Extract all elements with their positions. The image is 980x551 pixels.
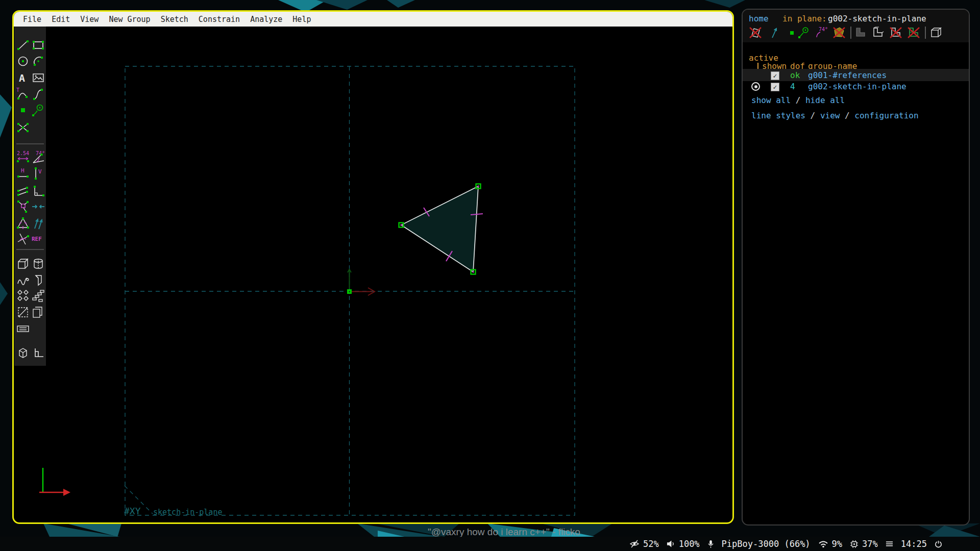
workplane-name-label[interactable]: sketch-in-plane	[153, 508, 222, 517]
menu-analyze[interactable]: Analyze	[245, 15, 287, 24]
construction-tool-icon[interactable]	[31, 103, 45, 117]
volume-value: 100%	[679, 539, 700, 549]
shaded-solid-icon[interactable]	[853, 26, 869, 40]
home-link[interactable]: home	[749, 14, 769, 23]
sketch-canvas[interactable]: #XY sketch-in-plane	[12, 10, 734, 524]
step-translate-group-icon[interactable]	[31, 289, 45, 303]
power-module[interactable]	[935, 540, 942, 548]
network-value: 9%	[832, 539, 842, 549]
sketch-in-workplane-icon[interactable]	[31, 305, 45, 319]
menu-new-group[interactable]: New Group	[104, 15, 155, 24]
toolbar-separator	[16, 143, 44, 144]
symmetric-constraint-icon[interactable]	[31, 199, 45, 214]
wallpaper-shape	[316, 0, 368, 10]
menu-help[interactable]: Help	[287, 15, 316, 24]
shown-checkbox[interactable]: ✓	[771, 83, 779, 91]
dof-icon[interactable]: 74°	[814, 26, 829, 40]
show-all-link[interactable]: show all	[751, 95, 791, 105]
active-group-radio[interactable]	[751, 82, 760, 91]
view-link[interactable]: view	[820, 111, 840, 120]
split-curves-tool-icon[interactable]	[16, 120, 30, 135]
circle-tool-icon[interactable]	[16, 54, 30, 68]
reference-dimension-icon[interactable]: REF	[31, 232, 45, 246]
menu-module[interactable]	[886, 540, 893, 547]
line-tool-icon[interactable]	[16, 38, 30, 52]
link-separator: /	[796, 95, 801, 105]
angle-dimension-icon[interactable]: 74°	[31, 150, 45, 164]
bluetooth-device-value: PipBoy-3000 (66%)	[722, 539, 811, 549]
same-orientation-constraint-icon[interactable]	[31, 216, 45, 230]
panel-icon-separator	[925, 27, 926, 39]
clock-module[interactable]: 14:25	[901, 539, 927, 549]
tangent-arc-tool-icon[interactable]: T	[16, 87, 30, 101]
outline-solid-icon[interactable]	[871, 26, 886, 40]
nearest-iso-view-icon[interactable]	[16, 346, 30, 361]
cpu-module[interactable]: 37%	[850, 539, 878, 549]
horizontal-constraint-icon[interactable]: H	[16, 166, 30, 181]
link-group-icon[interactable]	[16, 305, 30, 319]
equal-constraint-ticks[interactable]	[424, 208, 483, 261]
constraints-icon[interactable]	[797, 26, 812, 40]
dof-value: ok	[790, 70, 800, 80]
in-plane-label: in plane:	[782, 14, 827, 23]
align-view-workplane-icon[interactable]	[31, 346, 45, 361]
hide-mesh-icon[interactable]	[906, 26, 922, 40]
occluded-lines-icon[interactable]	[929, 26, 944, 40]
in-plane-value[interactable]: g002-sketch-in-plane	[828, 14, 926, 23]
hide-shaded-icon[interactable]	[832, 26, 847, 40]
bluetooth-battery-module[interactable]: PipBoy-3000 (66%)	[722, 539, 811, 549]
import-assembly-icon[interactable]	[16, 321, 30, 336]
reference-badge: REF	[32, 236, 42, 242]
parallel-constraint-icon[interactable]	[16, 184, 30, 198]
status-bar: 52% 100% PipBoy-3000 (66%) 9% 37% 14:25	[0, 537, 980, 551]
shown-checkbox[interactable]: ✓	[771, 71, 779, 80]
network-module[interactable]: 9%	[818, 539, 842, 549]
hide-all-link[interactable]: hide all	[805, 95, 845, 105]
cubic-bezier-tool-icon[interactable]	[31, 87, 45, 101]
hide-outline-icon[interactable]	[889, 26, 904, 40]
rectangle-tool-icon[interactable]	[31, 38, 45, 52]
cpu-icon	[850, 540, 859, 548]
step-rotate-group-icon[interactable]	[16, 289, 30, 303]
text-tool-icon[interactable]: A	[16, 70, 30, 85]
image-tool-icon[interactable]	[31, 70, 45, 85]
view-axes-indicator	[39, 468, 70, 496]
menu-constrain[interactable]: Constrain	[193, 15, 245, 24]
menu-view[interactable]: View	[75, 15, 104, 24]
workplane-axis-label[interactable]: #XY	[124, 506, 141, 516]
sketch-x-axis	[352, 288, 375, 295]
configuration-link[interactable]: configuration	[854, 111, 918, 120]
line-styles-link[interactable]: line styles	[751, 111, 805, 120]
group-name-link[interactable]: g002-sketch-in-plane	[808, 82, 906, 91]
hide-workplanes-icon[interactable]	[748, 26, 764, 40]
lathe-group-icon[interactable]	[31, 257, 45, 271]
vertical-constraint-icon[interactable]: V	[31, 166, 45, 181]
equal-constraint-icon[interactable]	[16, 216, 30, 230]
group-name-link[interactable]: g001-#references	[808, 70, 887, 80]
origin-point[interactable]	[347, 289, 352, 294]
menu-bar: File Edit View New Group Sketch Constrai…	[14, 12, 732, 27]
power-icon	[935, 540, 942, 548]
arc-tool-icon[interactable]	[31, 54, 45, 68]
workplane-outline	[125, 66, 575, 515]
microphone-module[interactable]	[707, 540, 714, 548]
point-on-line-constraint-icon[interactable]	[16, 199, 30, 214]
normals-icon[interactable]	[767, 26, 782, 40]
menu-edit[interactable]: Edit	[46, 15, 75, 24]
triangle-vertices[interactable]	[399, 184, 481, 274]
menu-sketch[interactable]: Sketch	[156, 15, 193, 24]
revolve-group-icon[interactable]	[31, 273, 45, 287]
text-tool-glyph: A	[19, 72, 25, 84]
perpendicular-constraint-icon[interactable]	[31, 184, 45, 198]
helix-group-icon[interactable]	[16, 273, 30, 287]
origin-point-center	[349, 291, 351, 293]
sketch-triangle[interactable]	[401, 186, 478, 272]
extrude-group-icon[interactable]	[16, 257, 30, 271]
distance-dimension-icon[interactable]: 2.54	[16, 150, 30, 164]
menu-file[interactable]: File	[18, 15, 46, 24]
volume-module[interactable]: 100%	[667, 539, 700, 549]
distance-badge: 2.54	[17, 151, 29, 156]
datum-point-tool-icon[interactable]	[16, 103, 30, 117]
other-angle-constraint-icon[interactable]	[16, 232, 30, 246]
brightness-module[interactable]: 52%	[629, 539, 659, 549]
